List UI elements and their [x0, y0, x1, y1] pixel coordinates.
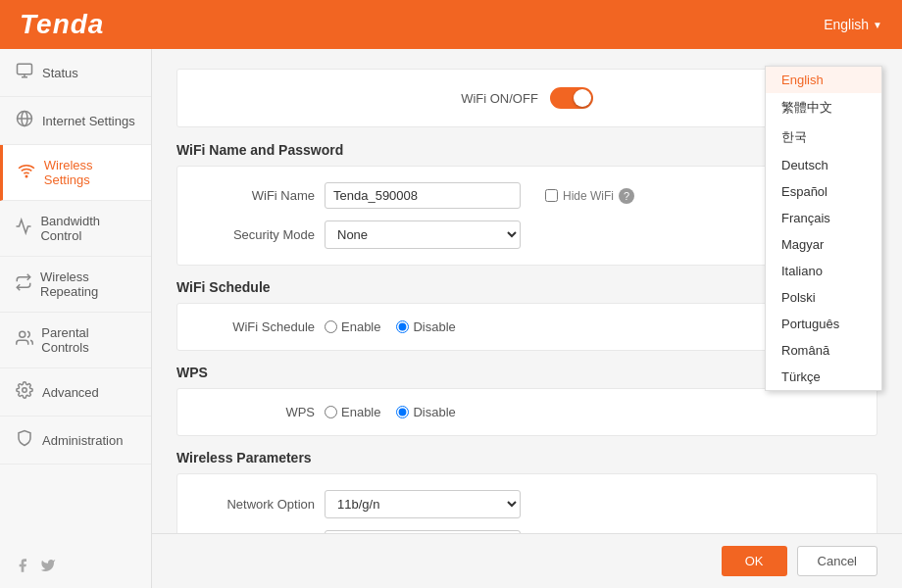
wifi-toggle-switch[interactable] [550, 87, 593, 109]
sidebar-label-administration: Administration [42, 433, 123, 448]
twitter-link[interactable] [40, 558, 56, 576]
lang-italiano[interactable]: Italiano [766, 258, 881, 284]
sidebar: Status Internet Settings Wireless Settin… [0, 49, 152, 588]
logo: Tenda [20, 9, 104, 40]
svg-point-8 [23, 388, 27, 393]
wps-row: WPS Enable Disable [197, 405, 857, 419]
cancel-button[interactable]: Cancel [797, 546, 877, 576]
network-option-label: Network Option [197, 497, 315, 512]
wifi-name-input[interactable] [325, 182, 521, 209]
lang-korean[interactable]: 한국 [766, 122, 881, 152]
lang-magyar[interactable]: Magyar [766, 231, 881, 258]
security-mode-row: Security Mode None WPA2-PSK WPA-PSK WEP [197, 220, 857, 249]
lang-traditional-chinese[interactable]: 繁體中文 [766, 93, 881, 122]
internet-icon [15, 110, 34, 131]
administration-icon [15, 429, 34, 451]
wifi-schedule-disable-text: Disable [413, 319, 455, 334]
svg-point-6 [26, 175, 28, 177]
language-dropdown: English 繁體中文 한국 Deutsch Español Français… [765, 66, 882, 391]
sidebar-label-bandwidth: Bandwidth Control [40, 214, 136, 243]
sidebar-label-internet: Internet Settings [42, 114, 135, 128]
sidebar-label-repeating: Wireless Repeating [40, 270, 136, 299]
lang-polski[interactable]: Polski [766, 284, 881, 311]
network-option-row: Network Option 11b/g/n 11b/g 11b 11n [197, 490, 857, 518]
wps-disable-radio[interactable] [396, 406, 409, 418]
wifi-schedule-enable-label[interactable]: Enable [325, 319, 380, 334]
wps-enable-text: Enable [341, 405, 380, 419]
wifi-schedule-enable-radio[interactable] [325, 320, 337, 333]
wps-disable-text: Disable [413, 405, 455, 419]
facebook-link[interactable] [15, 558, 30, 576]
sidebar-label-wireless: Wireless Settings [44, 158, 136, 187]
wifi-schedule-radio-group: Enable Disable [325, 319, 466, 334]
sidebar-item-status[interactable]: Status [0, 49, 151, 97]
wifi-schedule-disable-label[interactable]: Disable [396, 319, 455, 334]
language-button[interactable]: English [824, 17, 882, 32]
svg-rect-0 [18, 64, 32, 74]
wireless-params-section-title: Wireless Parameters [176, 450, 877, 466]
sidebar-item-wireless-settings[interactable]: Wireless Settings [0, 145, 151, 201]
wifi-schedule-label: WiFi Schedule [197, 319, 315, 334]
wifi-schedule-row: WiFi Schedule Enable Disable [197, 319, 857, 334]
svg-point-7 [19, 331, 25, 337]
hide-wifi-container: Hide WiFi ? [545, 188, 634, 204]
repeating-icon [15, 273, 32, 295]
lang-romana[interactable]: Română [766, 337, 881, 364]
advanced-icon [15, 381, 34, 403]
sidebar-item-parental-controls[interactable]: Parental Controls [0, 313, 151, 368]
wps-disable-label[interactable]: Disable [396, 405, 455, 419]
lang-english[interactable]: English [766, 67, 881, 93]
sidebar-label-advanced: Advanced [42, 385, 99, 400]
sidebar-item-internet-settings[interactable]: Internet Settings [0, 97, 151, 145]
wps-radio-group: Enable Disable [325, 405, 466, 419]
sidebar-item-administration[interactable]: Administration [0, 416, 151, 465]
sidebar-label-parental: Parental Controls [41, 325, 136, 355]
network-option-select[interactable]: 11b/g/n 11b/g 11b 11n [325, 490, 521, 518]
help-icon[interactable]: ? [619, 188, 634, 204]
sidebar-item-advanced[interactable]: Advanced [0, 368, 151, 416]
header: Tenda English English 繁體中文 한국 Deutsch Es… [0, 0, 902, 49]
wifi-schedule-disable-radio[interactable] [396, 320, 409, 333]
bandwidth-icon [15, 218, 32, 239]
wps-label: WPS [197, 405, 315, 419]
wifi-icon [18, 162, 36, 183]
security-mode-select[interactable]: None WPA2-PSK WPA-PSK WEP [325, 220, 521, 249]
lang-deutsch[interactable]: Deutsch [766, 152, 881, 178]
wps-section: WPS Enable Disable [176, 388, 877, 436]
wifi-name-row: WiFi Name Hide WiFi ? [197, 182, 857, 209]
wps-enable-label[interactable]: Enable [325, 405, 380, 419]
security-mode-label: Security Mode [197, 227, 315, 242]
parental-icon [15, 329, 33, 351]
sidebar-item-bandwidth-control[interactable]: Bandwidth Control [0, 201, 151, 257]
sidebar-footer [0, 546, 151, 588]
sidebar-item-wireless-repeating[interactable]: Wireless Repeating [0, 257, 151, 313]
lang-espanol[interactable]: Español [766, 178, 881, 205]
sidebar-label-status: Status [42, 66, 78, 80]
lang-portugues[interactable]: Português [766, 311, 881, 337]
lang-turkce[interactable]: Türkçe [766, 364, 881, 390]
bottom-bar: OK Cancel [152, 533, 902, 588]
wifi-schedule-enable-text: Enable [341, 319, 380, 334]
ok-button[interactable]: OK [722, 546, 787, 576]
wifi-toggle-label: WiFi ON/OFF [461, 91, 538, 106]
hide-wifi-checkbox[interactable] [545, 189, 558, 202]
wps-enable-radio[interactable] [325, 406, 337, 418]
lang-francais[interactable]: Français [766, 205, 881, 231]
hide-wifi-label: Hide WiFi [563, 189, 614, 203]
wifi-name-label: WiFi Name [197, 188, 315, 203]
status-icon [15, 62, 34, 83]
